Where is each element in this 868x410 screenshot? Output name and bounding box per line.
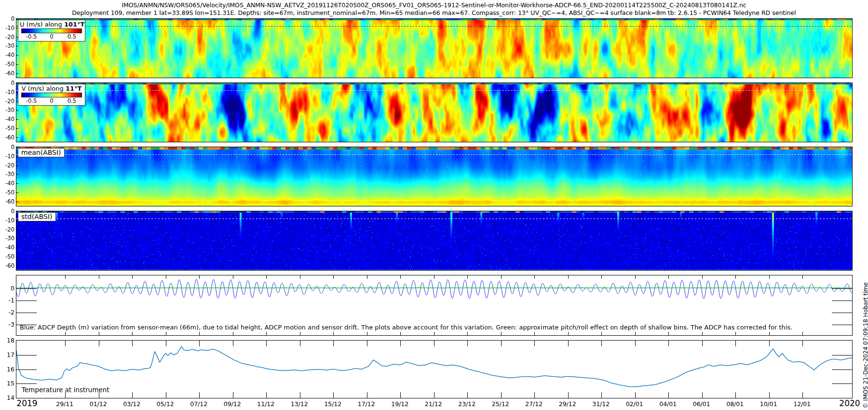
copyright-watermark: © IMOS 21-Dec-2024 07:09:18 Hobart time: [862, 282, 868, 409]
panel-mean-absi: mean(ABSI): [16, 147, 853, 206]
colorbar-tick: -0.5: [26, 33, 37, 40]
temperature-plot: [16, 341, 852, 398]
y-tick-label-depth: -20: [0, 162, 14, 169]
y-tick-label-temperature: 18: [0, 337, 14, 344]
y-tick-label-depth: -10: [0, 25, 14, 31]
y-tick-label-depth: -10: [0, 217, 14, 224]
y-tick-label-depth: -20: [0, 98, 14, 105]
x-tick-label-date: 21/12: [425, 400, 442, 408]
u-colorbar-gradient: [21, 28, 82, 33]
mean-absi-heatmap: [16, 147, 852, 206]
y-tick-label-temperature: 14: [0, 394, 14, 401]
y-tick-label-depth: -60: [0, 134, 14, 141]
u-velocity-heatmap: [16, 19, 852, 78]
y-tick-label-depth-variation: -1: [0, 297, 14, 304]
v-colorbar-gradient: [21, 93, 82, 97]
x-tick-label-date: 10/01: [760, 400, 777, 408]
x-tick-label-date: 12/01: [793, 400, 811, 408]
x-tick-label-date: 04/01: [659, 400, 677, 408]
u-colorbar-legend: U (m/s) along 101°T -0.5 0 0.5: [18, 20, 85, 41]
u-colorbar-ticks: -0.5 0 0.5: [21, 33, 82, 40]
y-tick-label-depth: -50: [0, 125, 14, 132]
figure-title-filename: IMOS/ANMN/NSW/ORS065/Velocity/IMOS_ANMN-…: [0, 1, 868, 9]
x-tick-label-date: 11/12: [257, 400, 274, 408]
panel-std-absi: std(ABSI): [16, 211, 853, 271]
panel-temperature: Temperature at instrument: [16, 340, 853, 398]
x-tick-label-date: 15/12: [324, 400, 341, 408]
x-tick-label-date: 27/12: [525, 400, 542, 408]
y-tick-label-depth-variation: 0: [0, 285, 14, 292]
figure-title-deployment: Deployment 109, member 1 lat=33.89S lon=…: [0, 9, 868, 16]
y-tick-label-depth: -30: [0, 107, 14, 113]
mean-absi-label: mean(ABSI): [18, 148, 65, 157]
x-label-year-end: 2020: [839, 398, 860, 408]
y-tick-label-temperature: 17: [0, 351, 14, 358]
v-velocity-heatmap: [16, 83, 852, 142]
colorbar-tick: 0: [50, 97, 53, 104]
y-tick-label-depth: 0: [0, 144, 14, 150]
y-tick-label-depth: -30: [0, 235, 14, 242]
x-tick-label-date: 29/12: [559, 400, 576, 408]
x-tick-label-date: 03/12: [123, 400, 140, 408]
y-tick-label-temperature: 15: [0, 380, 14, 387]
x-tick-label-date: 19/12: [391, 400, 408, 408]
std-absi-heatmap: [16, 211, 852, 270]
x-tick-label-date: 05/12: [157, 400, 174, 408]
y-tick-label-temperature: 16: [0, 366, 14, 373]
y-tick-label-depth: -40: [0, 244, 14, 251]
x-tick-label-date: 07/12: [190, 400, 207, 408]
colorbar-tick: -0.5: [26, 97, 37, 104]
v-colorbar-legend: V (m/s) along 11°T -0.5 0 0.5: [18, 84, 85, 106]
y-tick-label-depth: -40: [0, 180, 14, 187]
x-tick-label-date: 06/01: [693, 400, 710, 408]
x-tick-label-date: 31/12: [592, 400, 610, 408]
x-tick-label-date: 08/01: [726, 400, 744, 408]
x-tick-label-date: 02/01: [626, 400, 643, 408]
v-legend-title: V (m/s) along 11°T: [20, 85, 83, 92]
colorbar-tick: 0: [50, 33, 53, 40]
x-tick-label-date: 13/12: [291, 400, 308, 408]
y-tick-label-depth-variation: -3: [0, 321, 14, 328]
y-tick-label-depth: 0: [0, 208, 14, 215]
x-tick-label-date: 29/11: [56, 400, 73, 408]
y-tick-label-depth: -60: [0, 198, 14, 205]
y-tick-label-depth: 0: [0, 15, 14, 22]
x-tick-label-date: 17/12: [358, 400, 375, 408]
x-label-year-start: 2019: [16, 398, 37, 408]
panel-depth-variation: Blue: ADCP Depth (m) variation from sens…: [16, 275, 853, 336]
temperature-label: Temperature at instrument: [22, 386, 109, 394]
colorbar-tick: 0.5: [68, 33, 76, 40]
depth-annotation: Blue: ADCP Depth (m) variation from sens…: [20, 324, 792, 331]
colorbar-tick: 0.5: [68, 97, 76, 104]
y-tick-label-depth: -10: [0, 89, 14, 96]
y-tick-label-depth: -20: [0, 34, 14, 41]
x-tick-label-date: 01/12: [90, 400, 107, 408]
y-tick-label-depth: -60: [0, 70, 14, 77]
y-tick-label-depth: -50: [0, 189, 14, 196]
y-tick-label-depth: -50: [0, 61, 14, 68]
v-colorbar-ticks: -0.5 0 0.5: [21, 97, 82, 104]
y-tick-label-depth: -10: [0, 153, 14, 160]
adcp-figure: IMOS/ANMN/NSW/ORS065/Velocity/IMOS_ANMN-…: [0, 0, 868, 410]
y-tick-label-depth: -30: [0, 42, 14, 49]
std-absi-label: std(ABSI): [18, 212, 56, 221]
y-tick-label-depth: -40: [0, 116, 14, 123]
x-tick-label-date: 23/12: [458, 400, 475, 408]
x-tick-label-date: 25/12: [492, 400, 509, 408]
panel-u-velocity: U (m/s) along 101°T -0.5 0 0.5: [16, 18, 853, 78]
x-tick-label-date: 09/12: [224, 400, 241, 408]
panel-v-velocity: V (m/s) along 11°T -0.5 0 0.5: [16, 82, 853, 142]
y-tick-label-depth: 0: [0, 80, 14, 86]
u-legend-title: U (m/s) along 101°T: [20, 21, 83, 28]
y-tick-label-depth: -50: [0, 253, 14, 260]
y-tick-label-depth-variation: -2: [0, 309, 14, 316]
y-tick-label-depth: -20: [0, 226, 14, 233]
y-tick-label-depth: -40: [0, 52, 14, 58]
y-tick-label-depth: -60: [0, 262, 14, 269]
y-tick-label-depth: -30: [0, 171, 14, 178]
